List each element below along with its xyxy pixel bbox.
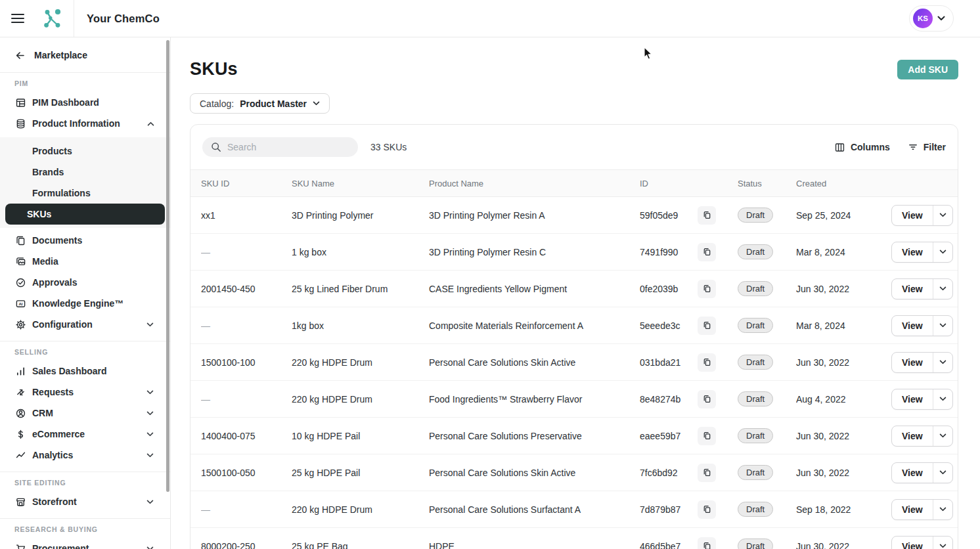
chevron-down-icon bbox=[939, 507, 947, 512]
view-button[interactable]: View bbox=[892, 279, 933, 299]
cell-sku-id: xx1 bbox=[201, 210, 292, 221]
cell-product-name: Personal Care Solutions Skin Active bbox=[429, 468, 640, 478]
sidebar-item-storefront[interactable]: Storefront bbox=[0, 491, 170, 512]
row-actions: View bbox=[891, 499, 953, 520]
column-header[interactable]: Created bbox=[796, 179, 891, 188]
table-row[interactable]: 1500100-100220 kg HDPE DrumPersonal Care… bbox=[190, 344, 958, 381]
columns-button[interactable]: Columns bbox=[834, 142, 890, 153]
sidebar-item-brands[interactable]: Brands bbox=[5, 162, 165, 183]
column-header[interactable]: SKU Name bbox=[292, 179, 429, 188]
column-header[interactable]: Status bbox=[738, 179, 796, 188]
view-dropdown-button[interactable] bbox=[933, 500, 952, 519]
cell-id: 466d5be7 bbox=[640, 541, 698, 549]
view-dropdown-button[interactable] bbox=[933, 463, 952, 483]
sidebar-back-marketplace[interactable]: Marketplace bbox=[0, 44, 170, 66]
sidebar-item-configuration[interactable]: Configuration bbox=[0, 314, 170, 335]
row-actions: View bbox=[891, 462, 953, 483]
view-button[interactable]: View bbox=[892, 537, 933, 549]
copy-id-button[interactable] bbox=[698, 317, 716, 335]
column-header[interactable]: ID bbox=[640, 179, 698, 188]
sidebar-item-documents[interactable]: Documents bbox=[0, 230, 170, 251]
view-dropdown-button[interactable] bbox=[933, 426, 952, 446]
sidebar-scrollbar[interactable] bbox=[166, 40, 169, 492]
sidebar-item-products[interactable]: Products bbox=[5, 141, 165, 162]
dollar-icon bbox=[14, 428, 26, 440]
view-dropdown-button[interactable] bbox=[933, 242, 952, 262]
avatar[interactable]: KS bbox=[913, 9, 933, 28]
sidebar-item-label: Procurement bbox=[32, 543, 141, 549]
copy-id-button[interactable] bbox=[698, 206, 716, 225]
sidebar-item-sales-dashboard[interactable]: Sales Dashboard bbox=[0, 361, 170, 382]
sidebar-item-procurement[interactable]: Procurement bbox=[0, 538, 170, 549]
chevron-down-icon bbox=[146, 390, 154, 395]
add-sku-button[interactable]: Add SKU bbox=[897, 60, 958, 79]
view-dropdown-button[interactable] bbox=[933, 279, 952, 299]
search-input[interactable] bbox=[202, 137, 358, 157]
view-button[interactable]: View bbox=[892, 426, 933, 446]
sidebar-item-approvals[interactable]: Approvals bbox=[0, 272, 170, 293]
catalog-select[interactable]: Catalog: Product Master bbox=[190, 93, 330, 114]
sidebar-item-skus[interactable]: SKUs bbox=[5, 204, 165, 225]
ai-icon: AI bbox=[14, 297, 26, 309]
filter-button[interactable]: Filter bbox=[908, 142, 946, 152]
table-row[interactable]: 1400400-07510 kg HDPE PailPersonal Care … bbox=[190, 418, 958, 454]
view-button[interactable]: View bbox=[892, 353, 933, 372]
cell-id: 8e48274b bbox=[640, 394, 698, 405]
sku-count: 33 SKUs bbox=[370, 142, 407, 152]
view-dropdown-button[interactable] bbox=[933, 206, 952, 225]
table-row[interactable]: —220 kg HDPE DrumFood Ingredients™ Straw… bbox=[190, 381, 958, 418]
view-dropdown-button[interactable] bbox=[933, 316, 952, 336]
column-header[interactable]: SKU ID bbox=[201, 179, 292, 188]
view-button[interactable]: View bbox=[892, 206, 933, 225]
user-menu[interactable]: KS bbox=[909, 5, 954, 32]
chevron-down-icon bbox=[146, 500, 154, 504]
copy-id-button[interactable] bbox=[698, 280, 716, 298]
cell-created: Jun 30, 2022 bbox=[796, 284, 891, 294]
view-dropdown-button[interactable] bbox=[933, 537, 952, 549]
view-dropdown-button[interactable] bbox=[933, 389, 952, 409]
sidebar-item-product-information[interactable]: Product Information bbox=[0, 113, 170, 134]
sidebar-item-label: Approvals bbox=[32, 277, 154, 288]
copy-id-button[interactable] bbox=[698, 464, 716, 482]
copy-id-button[interactable] bbox=[698, 537, 716, 549]
table-row[interactable]: —1kg boxComposite Materials Reinforcemen… bbox=[190, 307, 958, 344]
sidebar-item-analytics[interactable]: Analytics bbox=[0, 445, 170, 466]
table-row[interactable]: —220 kg HDPE DrumPersonal Care Solutions… bbox=[190, 491, 958, 528]
status-badge: Draft bbox=[738, 465, 773, 480]
view-button[interactable]: View bbox=[892, 389, 933, 409]
copy-id-button[interactable] bbox=[698, 427, 716, 445]
table-row[interactable]: xx13D Printing Polymer3D Printing Polyme… bbox=[190, 197, 958, 234]
copy-icon bbox=[702, 541, 712, 549]
sidebar-item-knowledge-engine-[interactable]: AIKnowledge Engine™ bbox=[0, 293, 170, 314]
table-row[interactable]: —1 kg box3D Printing Polymer Resin C7491… bbox=[190, 234, 958, 271]
sidebar-item-ecommerce[interactable]: eCommerce bbox=[0, 424, 170, 445]
view-button[interactable]: View bbox=[892, 242, 933, 262]
brand-logo-icon[interactable] bbox=[41, 7, 63, 30]
view-button[interactable]: View bbox=[892, 316, 933, 336]
sidebar-divider bbox=[0, 518, 170, 519]
copy-id-button[interactable] bbox=[698, 390, 716, 408]
sidebar-item-pim-dashboard[interactable]: PIM Dashboard bbox=[0, 92, 170, 113]
page-title: SKUs bbox=[190, 59, 238, 79]
hamburger-menu-icon[interactable] bbox=[11, 11, 27, 26]
search-icon bbox=[211, 142, 221, 152]
copy-id-button[interactable] bbox=[698, 353, 716, 372]
view-button[interactable]: View bbox=[892, 463, 933, 483]
column-header[interactable]: Product Name bbox=[429, 179, 640, 188]
cell-created: Mar 8, 2024 bbox=[796, 320, 891, 331]
crm-icon bbox=[14, 407, 26, 419]
table-row[interactable]: 8000200-25025 kg PE BagHDPE466d5be7Draft… bbox=[190, 528, 958, 549]
copy-id-button[interactable] bbox=[698, 500, 716, 519]
sidebar-item-formulations[interactable]: Formulations bbox=[5, 183, 165, 204]
copy-icon bbox=[702, 284, 712, 294]
sidebar-item-requests[interactable]: Requests bbox=[0, 382, 170, 403]
table-row[interactable]: 1500100-05025 kg HDPE PailPersonal Care … bbox=[190, 454, 958, 491]
view-button[interactable]: View bbox=[892, 500, 933, 519]
sidebar-item-crm[interactable]: CRM bbox=[0, 403, 170, 424]
copy-id-button[interactable] bbox=[698, 243, 716, 261]
chevron-down-icon bbox=[146, 322, 154, 327]
sidebar-item-media[interactable]: Media bbox=[0, 251, 170, 272]
table-row[interactable]: 2001450-45025 kg Lined Fiber DrumCASE In… bbox=[190, 271, 958, 307]
sidebar-item-label: PIM Dashboard bbox=[32, 97, 154, 108]
view-dropdown-button[interactable] bbox=[933, 353, 952, 372]
